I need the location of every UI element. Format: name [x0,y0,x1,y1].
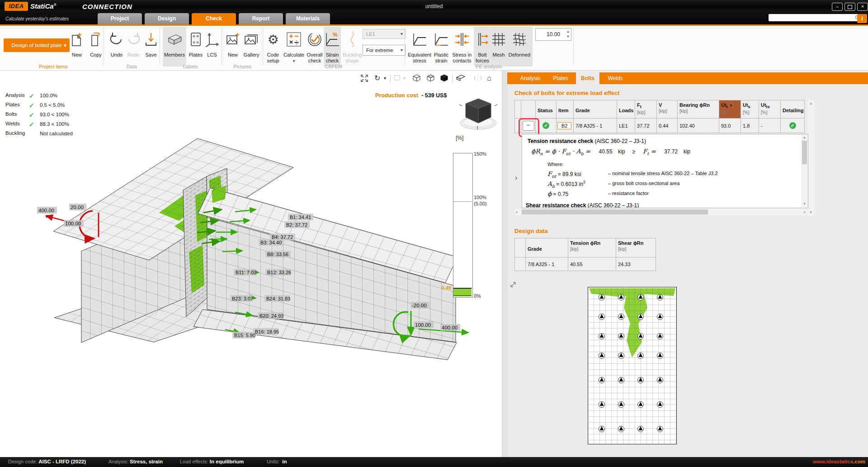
dd-header-grade[interactable]: Grade [526,238,568,257]
results-hscrollbar[interactable]: ◂ ▸ [514,209,807,215]
design-data-heading: Design data [514,228,548,234]
transparent-view-button[interactable] [426,74,435,83]
expand-picture-icon[interactable] [509,281,517,289]
navigation-cube[interactable] [458,96,499,131]
strain-check-toggle[interactable]: % Strain check [324,27,341,67]
undo-button[interactable]: Undo [107,27,127,67]
overall-check-button[interactable]: Overall check [306,27,324,67]
chevron-down-icon[interactable]: ▾ [282,58,306,64]
header-utt-sorted[interactable]: Utt ▼[%] [719,100,741,119]
sort-desc-icon[interactable]: ▼ [729,104,733,108]
dd-header-tension[interactable]: Tension ϕRn[kip] [568,238,616,257]
solid-view-button[interactable] [440,74,448,83]
scroll-down-icon[interactable]: ▼ [801,202,808,206]
equivalent-stress-toggle[interactable]: Equivalent stress [407,27,432,67]
tab-report[interactable]: Report [239,13,283,24]
panel-tab-bolts[interactable]: Bolts [576,72,599,84]
dd-header-shear[interactable]: Shear ϕRn[kip] [616,238,656,257]
close-button[interactable]: × [857,3,868,11]
header-v[interactable]: V[kip] [657,100,678,119]
calculate-button[interactable]: Calculate ▾ [282,27,306,67]
detail-expander[interactable]: › [515,174,517,182]
buckling-label-1: Buckling [342,52,363,58]
lcs-toggle[interactable]: LCS [204,27,220,67]
scroll-left-icon[interactable]: ◂ [515,210,517,214]
deformed-toggle[interactable]: Deformed [506,27,533,67]
copy-button[interactable]: Copy [87,27,105,67]
bolt-row-b2[interactable]: − ✓ B2 7/8 A325 - 1 LE1 37.72 0.44 102.4… [515,119,805,133]
check-row-buckling: BucklingNot calculated [5,130,25,138]
solid-cube-icon [440,74,448,82]
header-detailing[interactable]: Detailing [781,100,805,119]
scroll-thumb[interactable] [802,141,807,164]
design-type-dropdown[interactable]: Design of bolted plate▾ [4,38,70,52]
search-box[interactable] [769,14,862,21]
tab-check[interactable]: Check [192,13,236,24]
header-utts[interactable]: Utts[%] [759,100,781,119]
scroll-thumb[interactable] [522,210,708,214]
tab-materials[interactable]: Materials [286,13,330,24]
copy-icon [87,27,105,52]
plates-label: Plates [187,52,204,58]
header-grade[interactable]: Grade [574,100,617,119]
row-item-cell[interactable]: B2 [557,119,574,133]
header-item[interactable]: Item [557,100,574,119]
header-loads[interactable]: Loads [617,100,635,119]
maximize-button[interactable] [844,3,855,11]
buckling-shape-button: Buckling shape [342,27,363,67]
zoom-extents-button[interactable] [360,74,369,83]
3d-model-scene[interactable]: 400.00 20.00 100.00 -20.00 100.00 400.00… [0,71,502,457]
plates-toggle[interactable]: Plates [187,27,204,67]
extreme-select[interactable]: For extreme▾ [363,45,406,56]
ribbon-separator [222,27,222,65]
members-toggle[interactable]: Members [163,27,186,67]
redo-label: Redo [125,52,142,58]
scroll-down-icon[interactable]: ▼ [807,210,814,214]
bolt-plate-detail-view[interactable] [588,287,677,444]
bolt-label: B3: 34.40 [260,240,282,245]
mesh-toggle[interactable]: Mesh [491,27,506,67]
load-effect-value: LE1 [366,31,375,37]
stress-in-contacts-toggle[interactable]: Stress in contacts [450,27,474,67]
header-status[interactable]: Status [536,100,557,119]
header-blank [521,100,536,119]
header-bearing[interactable]: Bearing ϕRn[kip] [678,100,719,119]
plastic-strain-toggle[interactable]: Plastic strain [432,27,450,67]
results-vscrollbar[interactable]: ▲ ▼ [807,100,814,216]
shear-check-title: Shear resistance check (AISC 360-22 – J3… [526,202,639,208]
rotate-options-chevron[interactable]: ▾ [384,76,386,85]
tab-project[interactable]: Project [98,13,142,24]
strain-check-label-1: Strain [324,52,341,58]
scroll-right-icon[interactable]: ▸ [804,210,806,214]
tab-design[interactable]: Design [145,13,189,24]
spinner-arrows-icon[interactable]: ▲▼ [566,29,570,39]
bolt-label: B16: 18.95 [255,329,279,334]
save-button[interactable]: Save [142,27,160,67]
scale-unit: [%] [456,135,463,141]
panel-tab-welds[interactable]: Welds [603,72,627,84]
panel-tab-analysis[interactable]: Analysis [515,72,545,84]
gallery-button[interactable]: Gallery [241,27,261,67]
header-ft[interactable]: Ft[kip] [635,100,657,119]
header-uts[interactable]: Uts[%] [741,100,759,119]
info-button[interactable]: i [857,14,867,23]
plate-icon [187,27,204,52]
new-picture-button[interactable]: New [224,27,241,67]
scroll-up-icon[interactable]: ▲ [801,135,808,139]
new-project-button[interactable]: New [68,27,86,67]
bolt-forces-toggle[interactable]: Bolt forces [474,27,491,67]
search-input[interactable] [770,14,855,22]
website-link[interactable]: www.ideastatica.com [813,459,865,464]
wireframe-view-button[interactable] [412,74,421,83]
rotate-view-button[interactable]: ↻ [374,74,380,83]
scroll-up-icon[interactable]: ▲ [807,101,814,105]
formula-vscrollbar[interactable]: ▲ ▼ [801,134,808,207]
design-data-row[interactable]: 7/8 A325 - 1 40.55 24.33 [515,257,656,271]
code-setup-button[interactable]: ⚙ Code setup [264,27,282,67]
deformed-scale-spinner[interactable]: 10.00 ▲▼ [535,28,571,41]
clip-view-button[interactable] [456,74,466,83]
home-view-button[interactable]: ⌂ [487,74,491,83]
panel-tab-plates[interactable]: Plates [549,72,572,84]
minimize-button[interactable]: – [832,3,843,11]
brand-tagline: Calculate yesterday's estimates [5,16,69,21]
